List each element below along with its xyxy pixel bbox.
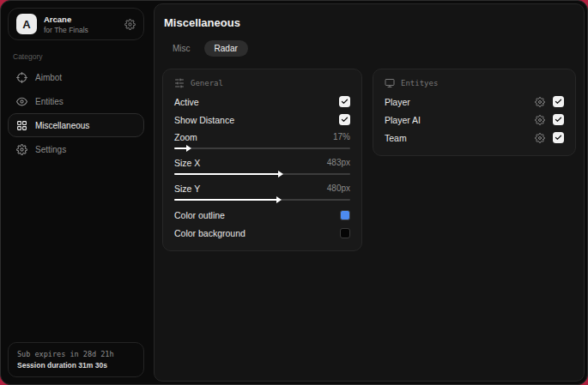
slider-track [174, 147, 350, 149]
brand-subtitle: for The Finals [44, 26, 88, 34]
setting-row-active: Active [174, 93, 350, 111]
session-duration-text: Session duration 31m 30s [17, 361, 135, 370]
slider-fill [174, 199, 278, 201]
monitor-icon [385, 78, 395, 88]
category-label: Category [13, 52, 139, 61]
sidebar-item-settings[interactable]: Settings [8, 137, 144, 161]
page-title: Miscellaneous [164, 16, 576, 29]
entity-row-player: Player [385, 93, 564, 111]
brand-settings-icon[interactable] [124, 19, 136, 30]
setting-value-zoom: 17% [333, 132, 350, 141]
entity-controls [535, 114, 564, 125]
entity-controls [535, 132, 564, 143]
gear-icon[interactable] [535, 97, 545, 107]
slider-thumb[interactable] [186, 145, 191, 152]
color-swatch-color-background[interactable] [340, 228, 350, 238]
brand-text: Arcane for The Finals [44, 15, 88, 34]
general-panel-title: General [191, 79, 223, 87]
brand-card: A Arcane for The Finals [8, 8, 144, 40]
sidebar-item-entities[interactable]: Entities [8, 89, 144, 113]
gear-icon[interactable] [535, 115, 545, 125]
app-window: A Arcane for The Finals Category AimbotE… [0, 0, 588, 385]
entities-panel: Entityes PlayerPlayer AITeam [373, 69, 576, 156]
gear-icon[interactable] [535, 133, 545, 143]
eye-icon [16, 96, 27, 107]
checkbox-player[interactable] [553, 96, 564, 107]
tab-bar: MiscRadar [162, 40, 576, 57]
entity-rows: PlayerPlayer AITeam [385, 93, 564, 147]
setting-label: Active [174, 97, 199, 107]
checkbox-show-distance[interactable] [339, 114, 350, 125]
slider-thumb[interactable] [276, 196, 282, 203]
tab-misc[interactable]: Misc [162, 40, 201, 57]
entities-panel-header: Entityes [385, 78, 564, 88]
setting-value-size-x: 483px [327, 158, 350, 167]
setting-row-color-background: Color background [174, 224, 350, 242]
slider-zoom[interactable] [174, 145, 350, 152]
tab-radar[interactable]: Radar [204, 40, 248, 57]
sub-expiry-text: Sub expires in 28d 21h [17, 350, 135, 358]
main-panel: Miscellaneous MiscRadar General ActiveSh… [154, 3, 585, 382]
grid-icon [16, 120, 27, 131]
sidebar-item-aimbot[interactable]: Aimbot [8, 65, 144, 89]
panels-row: General ActiveShow DistanceZoom17%Size X… [162, 69, 576, 251]
slider-thumb[interactable] [278, 171, 283, 177]
setting-label: Size Y [174, 183, 200, 194]
sidebar-item-label: Miscellaneous [35, 121, 89, 130]
entity-row-team: Team [385, 129, 564, 147]
setting-value-size-y: 480px [327, 183, 350, 193]
slider-fill [174, 173, 280, 175]
sliders-icon [174, 78, 185, 88]
entities-panel-title: Entityes [401, 79, 438, 87]
entity-label: Player AI [385, 115, 421, 125]
brand-logo: A [16, 14, 37, 34]
sidebar-item-label: Entities [35, 97, 64, 106]
sidebar: A Arcane for The Finals Category AimbotE… [1, 1, 151, 384]
subscription-card: Sub expires in 28d 21h Session duration … [8, 342, 144, 377]
setting-label: Color background [174, 228, 246, 238]
crosshair-icon [16, 72, 27, 83]
setting-row-size-x: Size X483px [174, 154, 350, 171]
slider-size-y[interactable] [174, 196, 350, 203]
setting-label: Zoom [174, 132, 197, 142]
entity-label: Team [385, 133, 407, 143]
checkbox-team[interactable] [553, 132, 564, 143]
general-rows: ActiveShow DistanceZoom17%Size X483pxSiz… [174, 93, 350, 242]
checkbox-active[interactable] [339, 96, 350, 107]
setting-row-size-y: Size Y480px [174, 180, 350, 196]
setting-row-color-outline: Color outline [174, 206, 350, 224]
gear-icon [16, 144, 27, 155]
sidebar-item-label: Settings [35, 145, 66, 154]
color-swatch-color-outline[interactable] [340, 210, 350, 220]
setting-label: Show Distance [174, 115, 234, 125]
setting-label: Size X [174, 158, 200, 168]
slider-size-x[interactable] [174, 171, 350, 177]
brand-title: Arcane [44, 15, 88, 24]
general-panel-header: General [174, 78, 350, 88]
entity-row-player-ai: Player AI [385, 111, 564, 129]
sidebar-item-miscellaneous[interactable]: Miscellaneous [8, 113, 144, 137]
sidebar-nav: AimbotEntitiesMiscellaneousSettings [8, 65, 144, 161]
setting-label: Color outline [174, 210, 225, 220]
entity-controls [535, 96, 564, 107]
setting-row-zoom: Zoom17% [174, 129, 350, 145]
sidebar-item-label: Aimbot [35, 73, 62, 82]
general-panel: General ActiveShow DistanceZoom17%Size X… [162, 69, 362, 251]
checkbox-player-ai[interactable] [553, 114, 564, 125]
entity-label: Player [385, 97, 410, 107]
setting-row-show-distance: Show Distance [174, 111, 350, 129]
